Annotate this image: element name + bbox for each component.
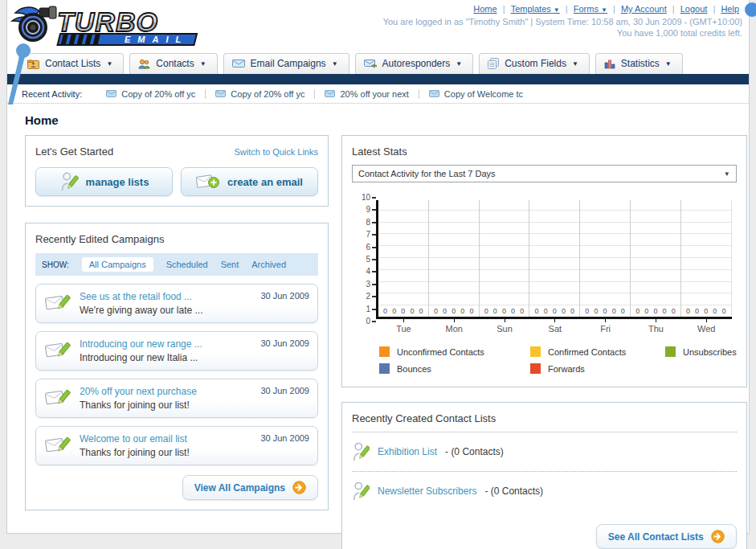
chart-x-labels: TueMonSunSatFriThuWed	[376, 319, 732, 334]
latest-stats-panel: Latest Stats Contact Activity for the La…	[341, 135, 747, 387]
tab-custom-fields[interactable]: Custom Fields ▼	[479, 53, 590, 74]
nav-link-forms[interactable]: Forms ▼	[574, 4, 607, 14]
recent-activity-item[interactable]: Copy of Welcome tc	[419, 89, 533, 99]
data-value-label: 0	[695, 307, 699, 315]
x-axis-label: Thu	[631, 319, 681, 334]
see-all-contact-lists-label: See All Contact Lists	[608, 531, 704, 543]
tab-contacts[interactable]: Contacts ▼	[129, 53, 217, 74]
tab-autoresponders[interactable]: Autoresponders ▼	[355, 53, 474, 74]
legend-item: Bounces	[379, 363, 530, 374]
data-value-label: 0	[653, 307, 657, 315]
envelope-plus-icon	[196, 173, 220, 191]
recent-activity-item[interactable]: 20% off your next	[315, 89, 419, 99]
tab-statistics[interactable]: Statistics ▼	[595, 53, 683, 74]
tab-label: Email Campaigns	[251, 58, 326, 69]
chevron-down-icon: ▼	[456, 60, 462, 68]
chart-day-group: 00000	[378, 200, 429, 317]
manage-lists-button[interactable]: manage lists	[35, 167, 173, 196]
nav-link-templates[interactable]: Templates ▼	[511, 4, 560, 14]
tab-email-campaigns[interactable]: Email Campaigns ▼	[223, 53, 349, 74]
left-column: Let's Get Started Switch to Quick Links	[25, 135, 329, 510]
tab-label: Autoresponders	[382, 58, 451, 69]
contact-activity-chart: 109876543210 000000000000000000000000000…	[352, 200, 737, 334]
balloon-pin-icon	[7, 42, 35, 104]
logo-title: TURBO	[57, 6, 158, 37]
campaign-subtitle: Thanks for joining our list!	[80, 399, 252, 411]
campaign-title-link[interactable]: 20% off your next purchase	[80, 386, 252, 397]
chart-y-axis: 109876543210	[357, 198, 376, 322]
nav-link-logout[interactable]: Logout	[680, 4, 708, 14]
legend-item: Unsubscribes	[665, 346, 737, 357]
turbo-email-logo[interactable]: TURBO EMAIL	[10, 2, 218, 48]
campaign-title-link[interactable]: See us at the retail food ...	[80, 291, 252, 302]
contact-list-link[interactable]: Exhibition List	[378, 446, 437, 457]
tab-label: Contact Lists	[45, 58, 100, 69]
data-value-label: 0	[434, 307, 438, 315]
data-value-label: 0	[672, 307, 676, 315]
campaigns-filter-bar: SHOW: All Campaigns Scheduled Sent Archi…	[35, 253, 318, 276]
data-value-label: 0	[443, 307, 447, 315]
data-value-label: 0	[535, 307, 539, 315]
filter-sent[interactable]: Sent	[221, 260, 239, 269]
statistics-icon	[604, 59, 615, 69]
data-value-label: 0	[502, 307, 506, 315]
data-value-label: 0	[713, 307, 717, 315]
nav-link-my-account[interactable]: My Account	[621, 4, 667, 14]
campaign-subtitle: Introducing our new Italia ...	[80, 352, 252, 363]
recent-activity-text: Copy of 20% off yc	[121, 89, 195, 99]
see-all-contact-lists-button[interactable]: See All Contact Lists	[596, 524, 737, 549]
data-value-label: 0	[520, 307, 524, 315]
filter-scheduled[interactable]: Scheduled	[166, 260, 208, 269]
arrow-right-icon	[292, 481, 306, 494]
view-all-campaigns-button[interactable]: View All Campaigns	[182, 475, 318, 500]
recently-edited-campaigns-panel: Recently Edited Campaigns SHOW: All Camp…	[25, 223, 329, 510]
envelope-icon	[429, 90, 439, 97]
nav-link-help[interactable]: Help	[721, 4, 739, 14]
data-value-label: 0	[663, 307, 667, 315]
legend-item: Unconfirmed Contacts	[379, 346, 530, 357]
contact-list-row: Newsletter Subscribers - (0 Contacts)	[352, 479, 737, 503]
legend-swatch	[379, 363, 390, 374]
header-top-right: Home | Templates ▼ | Forms ▼ | My Accoun…	[383, 4, 742, 38]
legend-swatch	[379, 346, 390, 357]
legend-item: Forwards	[530, 363, 665, 374]
tab-label: Statistics	[621, 58, 660, 69]
filter-all-campaigns[interactable]: All Campaigns	[82, 257, 153, 272]
contact-lists-title: Recently Created Contact Lists	[352, 412, 737, 424]
data-value-label: 0	[419, 307, 423, 315]
chevron-down-icon: ▼	[332, 60, 338, 68]
switch-quick-links-link[interactable]: Switch to Quick Links	[234, 147, 318, 157]
legend-item: Confirmed Contacts	[530, 346, 665, 357]
recent-activity-item[interactable]: Copy of 20% off yc	[206, 89, 315, 99]
envelope-pencil-icon	[44, 386, 72, 408]
recent-activity-item[interactable]: Copy of 20% off yc	[96, 89, 206, 99]
page-title: Home	[25, 113, 749, 127]
data-value-label: 0	[721, 307, 725, 315]
dotted-divider	[352, 471, 737, 472]
envelope-pencil-icon	[44, 433, 72, 456]
data-value-label: 0	[635, 307, 640, 315]
data-value-label: 0	[612, 307, 616, 315]
data-value-label: 0	[644, 307, 648, 315]
recent-contact-lists-panel: Recently Created Contact Lists Exhibitio…	[341, 402, 747, 549]
chart-day-group: 00000	[681, 200, 732, 317]
data-value-label: 0	[493, 307, 497, 315]
main-nav-tabs: Contact Lists ▼ Contacts ▼ Email Campaig…	[7, 50, 749, 74]
create-email-button[interactable]: create an email	[181, 167, 318, 196]
campaign-title-link[interactable]: Introducing our new range ...	[80, 338, 252, 350]
nav-link-home[interactable]: Home	[473, 4, 497, 14]
data-value-label: 0	[544, 307, 548, 315]
campaign-subtitle: Thanks for joining our list!	[80, 447, 252, 458]
filter-archived[interactable]: Archived	[251, 260, 286, 269]
custom-fields-icon	[488, 58, 499, 69]
contact-list-count: - (0 Contacts)	[445, 446, 504, 457]
get-started-panel: Let's Get Started Switch to Quick Links	[25, 135, 329, 207]
stats-dropdown[interactable]: Contact Activity for the Last 7 Days ▼	[352, 165, 737, 182]
header: TURBO EMAIL Home | Templates ▼ | Forms ▼…	[7, 0, 749, 50]
contact-list-link[interactable]: Newsletter Subscribers	[378, 485, 476, 497]
envelope-icon	[325, 90, 335, 97]
chart-day-group: 00000	[480, 200, 530, 317]
campaign-title-link[interactable]: Welcome to our email list	[80, 433, 252, 445]
data-value-label: 0	[570, 307, 574, 315]
data-value-label: 0	[401, 307, 405, 315]
